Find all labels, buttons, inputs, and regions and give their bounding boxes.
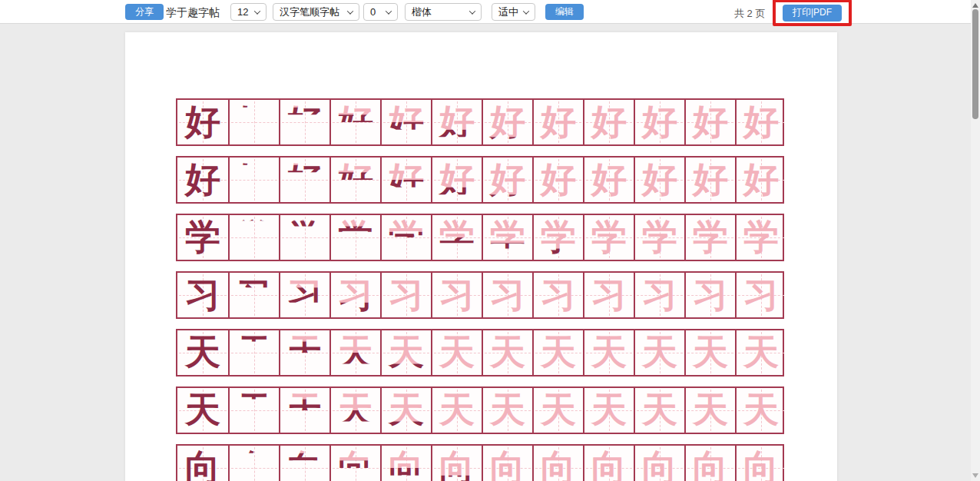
trace-character: 习 — [686, 273, 735, 317]
page-count: 共 2 页 — [734, 7, 765, 21]
trace-character: 好 — [686, 158, 735, 202]
stroke-order-cell: 天天 — [329, 330, 380, 375]
stroke-order-cell: 学学 — [532, 215, 583, 260]
scroll-down-icon[interactable] — [972, 473, 978, 478]
stroke-order-cell: 好好 — [431, 100, 482, 144]
template-value: 汉字笔顺字帖 — [280, 5, 339, 19]
trace-character: 好 — [534, 100, 583, 144]
trace-character: 天 — [584, 330, 634, 375]
stroke-order-cell: 天天 — [329, 388, 380, 433]
spacing-value: 0 — [370, 6, 376, 18]
practice-row: 好好好好好好好好好好好好好好好好好好 — [176, 156, 784, 204]
trace-character: 向 — [635, 446, 684, 481]
example-character: 天 — [177, 330, 228, 375]
trace-character: 好 — [635, 158, 684, 202]
trace-cell: 天 — [482, 388, 532, 433]
previous-strokes: 向 — [483, 446, 532, 481]
stroke-order-cell: 天天 — [380, 330, 431, 375]
trace-character: 好 — [635, 100, 684, 144]
trace-cell: 天 — [532, 388, 583, 433]
trace-cell: 好 — [532, 100, 583, 144]
trace-cell: 天 — [634, 330, 684, 375]
trace-cell: 向 — [532, 446, 583, 481]
trace-cell: 习 — [735, 273, 786, 317]
practice-row: 向向向向向向向向向向向向向向向向向向 — [176, 444, 784, 481]
trace-character: 习 — [382, 273, 431, 317]
vertical-scrollbar[interactable] — [971, 0, 980, 481]
practice-row: 习习习习习习习习习习习习习习习 — [176, 271, 784, 319]
stroke-order-cell: 学学 — [431, 215, 482, 260]
trace-cell: 好 — [583, 158, 634, 202]
example-character: 向 — [177, 446, 228, 481]
trace-cell: 天 — [684, 330, 735, 375]
trace-character: 天 — [737, 388, 786, 433]
toolbar: 分享 学于趣字帖 12 汉字笔顺字帖 0 楷体 适中 编辑 共 2 页 打印|P… — [0, 0, 971, 24]
trace-cell: 习 — [380, 273, 431, 317]
example-cell: 习 — [177, 273, 228, 317]
chevron-down-icon — [469, 8, 475, 14]
stroke-order-cell: 向向 — [431, 446, 482, 481]
font-size-select[interactable]: 12 — [230, 3, 267, 21]
chevron-down-icon — [254, 8, 260, 14]
trace-cell: 天 — [634, 388, 684, 433]
trace-cell: 好 — [634, 158, 684, 202]
trace-cell: 天 — [735, 330, 786, 375]
example-cell: 好 — [177, 100, 228, 144]
stroke-order-cell: 向向 — [329, 446, 380, 481]
font-select[interactable]: 楷体 — [405, 3, 482, 21]
trace-cell: 习 — [532, 273, 583, 317]
trace-character: 向 — [584, 446, 634, 481]
trace-cell: 好 — [532, 158, 583, 202]
practice-row: 天天天天天天天天天天天天天天天天 — [176, 386, 784, 434]
trace-character: 习 — [584, 273, 634, 317]
trace-character: 天 — [483, 388, 532, 433]
highlight-rectangle: 打印|PDF — [773, 0, 852, 26]
trace-character: 习 — [432, 273, 482, 317]
example-character: 学 — [177, 215, 228, 260]
stroke-order-cell: 好好 — [228, 100, 279, 144]
stroke-order-cell: 好好 — [380, 158, 431, 202]
trace-character: 天 — [635, 330, 684, 375]
practice-grid: 好好好好好好好好好好好好好好好好好好好好好好好好好好好好好好好好好好好好学学学学… — [176, 98, 784, 481]
trace-cell: 学 — [684, 215, 735, 260]
stroke-order-cell: 天天 — [380, 388, 431, 433]
example-character: 好 — [177, 158, 228, 202]
trace-cell: 学 — [634, 215, 684, 260]
stroke-order-cell: 学学 — [482, 215, 532, 260]
share-button[interactable]: 分享 — [125, 4, 164, 20]
trace-character: 天 — [686, 330, 735, 375]
spacing-select[interactable]: 0 — [363, 3, 398, 21]
print-pdf-button[interactable]: 打印|PDF — [783, 5, 842, 22]
trace-cell: 好 — [634, 100, 684, 144]
trace-cell: 向 — [634, 446, 684, 481]
practice-row: 天天天天天天天天天天天天天天天天 — [176, 329, 784, 377]
trace-character: 好 — [686, 100, 735, 144]
example-cell: 天 — [177, 330, 228, 375]
stroke-order-cell: 习习 — [228, 273, 279, 317]
trace-character: 好 — [737, 158, 786, 202]
trace-cell: 天 — [735, 388, 786, 433]
trace-cell: 习 — [684, 273, 735, 317]
trace-character: 习 — [635, 273, 684, 317]
example-cell: 向 — [177, 446, 228, 481]
stroke-order-cell: 向向 — [279, 446, 329, 481]
density-select[interactable]: 适中 — [492, 3, 535, 21]
stroke-order-cell: 好好 — [482, 158, 532, 202]
trace-cell: 习 — [431, 273, 482, 317]
trace-character: 学 — [737, 215, 786, 260]
scroll-up-icon[interactable] — [972, 3, 978, 8]
trace-character: 好 — [534, 158, 583, 202]
trace-character: 天 — [432, 330, 482, 375]
stroke-order-cell: 向向 — [482, 446, 532, 481]
trace-cell: 学 — [735, 215, 786, 260]
stroke-order-cell: 好好 — [380, 100, 431, 144]
edit-button[interactable]: 编辑 — [545, 4, 584, 20]
scrollbar-thumb[interactable] — [972, 9, 978, 119]
trace-cell: 好 — [735, 158, 786, 202]
stroke-order-cell: 学学 — [380, 215, 431, 260]
template-select[interactable]: 汉字笔顺字帖 — [273, 3, 359, 21]
cell-guide-lines — [230, 215, 279, 260]
stroke-order-cell: 好好 — [279, 100, 329, 144]
stroke-order-cell: 向向 — [228, 446, 279, 481]
trace-character: 好 — [737, 100, 786, 144]
